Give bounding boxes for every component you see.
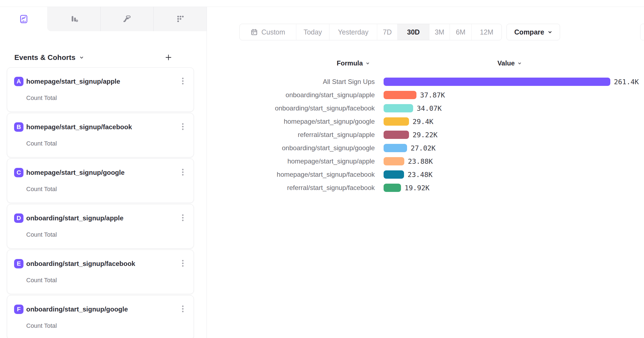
- date-range-segmented-control: Custom TodayYesterday7D30D3M6M12M: [239, 24, 502, 40]
- event-card[interactable]: B homepage/start_signup/facebook Count T…: [7, 113, 194, 157]
- chart-row: onboarding/start_signup/apple 37.87K: [207, 88, 639, 102]
- row-value: 261.4K: [614, 78, 639, 86]
- bar-chart: All Start Sign Ups 261.4K onboarding/sta…: [207, 75, 639, 194]
- value-bar[interactable]: [384, 78, 610, 86]
- event-name: homepage/start_signup/facebook: [26, 123, 132, 131]
- report-type-tabstrip: [0, 7, 207, 31]
- kebab-menu-icon[interactable]: [180, 168, 185, 176]
- event-metric[interactable]: Count Total: [26, 140, 57, 147]
- chart-row: referral/start_signup/apple 29.22K: [207, 128, 639, 141]
- kebab-menu-icon[interactable]: [180, 214, 185, 222]
- tab-group-unselected: [47, 7, 207, 31]
- value-bar[interactable]: [384, 131, 409, 139]
- value-bar[interactable]: [384, 91, 416, 99]
- chart-row: onboarding/start_signup/facebook 34.07K: [207, 102, 639, 115]
- compare-button[interactable]: Compare: [506, 24, 560, 40]
- formula-header-label: Formula: [337, 59, 363, 67]
- chevron-down-icon: [79, 55, 84, 60]
- range-today[interactable]: Today: [296, 24, 329, 40]
- event-metric[interactable]: Count Total: [26, 277, 57, 284]
- event-metric[interactable]: Count Total: [26, 94, 57, 102]
- row-label: homepage/start_signup/apple: [207, 157, 375, 165]
- clipped-edge-button[interactable]: [640, 24, 644, 40]
- window-top-strip: [0, 0, 644, 7]
- value-bar[interactable]: [384, 184, 401, 192]
- event-card[interactable]: E onboarding/start_signup/facebook Count…: [7, 250, 194, 294]
- value-bar[interactable]: [384, 144, 407, 152]
- kebab-menu-icon[interactable]: [180, 305, 185, 313]
- event-name: homepage/start_signup/apple: [26, 78, 120, 85]
- chevron-down-icon: [518, 61, 522, 65]
- value-bar[interactable]: [384, 104, 413, 112]
- tab-flows[interactable]: [100, 7, 154, 31]
- range-7d[interactable]: 7D: [377, 24, 397, 40]
- range-custom-label: Custom: [261, 28, 285, 36]
- event-metric[interactable]: Count Total: [26, 186, 57, 193]
- formula-column-header[interactable]: Formula: [320, 59, 386, 68]
- row-value: 37.87K: [420, 91, 445, 99]
- row-label: homepage/start_signup/facebook: [207, 171, 375, 178]
- chart-row: referral/start_signup/facebook 19.92K: [207, 181, 639, 194]
- event-card[interactable]: C homepage/start_signup/google Count Tot…: [7, 159, 194, 203]
- event-letter-badge: F: [14, 305, 23, 314]
- chart-row: All Start Sign Ups 261.4K: [207, 75, 639, 88]
- event-letter-badge: A: [14, 77, 23, 86]
- chart-row: homepage/start_signup/apple 23.88K: [207, 155, 639, 168]
- event-card[interactable]: F onboarding/start_signup/google Count T…: [7, 295, 194, 338]
- event-name: onboarding/start_signup/facebook: [26, 260, 135, 268]
- event-card-list: A homepage/start_signup/apple Count Tota…: [7, 67, 194, 338]
- row-value: 29.4K: [413, 118, 433, 126]
- row-label: onboarding/start_signup/apple: [207, 91, 375, 99]
- chart-row: homepage/start_signup/facebook 23.48K: [207, 168, 639, 181]
- range-custom[interactable]: Custom: [240, 24, 296, 40]
- tab-bar-report[interactable]: [47, 7, 100, 31]
- row-value: 23.88K: [408, 157, 433, 165]
- bar-chart-icon: [69, 14, 79, 24]
- tab-insights[interactable]: [0, 7, 47, 31]
- range-12m[interactable]: 12M: [471, 24, 502, 40]
- chart-row: homepage/start_signup/google 29.4K: [207, 115, 639, 128]
- event-letter-badge: E: [14, 259, 23, 268]
- event-letter-badge: B: [14, 122, 23, 132]
- event-card[interactable]: D onboarding/start_signup/apple Count To…: [7, 204, 194, 249]
- chevron-down-icon: [366, 61, 370, 65]
- event-name: onboarding/start_signup/apple: [26, 214, 123, 222]
- insights-line-chart-icon: [19, 14, 29, 24]
- row-value: 23.48K: [408, 171, 432, 179]
- row-value: 34.07K: [417, 104, 442, 112]
- range-6m[interactable]: 6M: [450, 24, 471, 40]
- add-event-button[interactable]: [163, 52, 174, 63]
- row-label: homepage/start_signup/google: [207, 118, 375, 125]
- row-value: 27.02K: [411, 144, 436, 152]
- retention-dots-icon: [175, 14, 185, 24]
- row-label: All Start Sign Ups: [207, 78, 375, 86]
- event-metric[interactable]: Count Total: [26, 231, 57, 238]
- kebab-menu-icon[interactable]: [180, 123, 185, 131]
- value-bar[interactable]: [384, 170, 404, 179]
- value-bar[interactable]: [384, 157, 404, 165]
- range-30d[interactable]: 30D: [397, 24, 429, 40]
- row-label: onboarding/start_signup/facebook: [207, 104, 375, 112]
- query-builder-sidebar: Events & Cohorts A homepage/start_signup…: [0, 7, 207, 338]
- compare-label: Compare: [514, 28, 544, 36]
- range-yesterday[interactable]: Yesterday: [329, 24, 377, 40]
- value-bar[interactable]: [384, 117, 409, 126]
- event-name: onboarding/start_signup/google: [26, 305, 128, 313]
- events-cohorts-title[interactable]: Events & Cohorts: [14, 53, 75, 62]
- event-name: homepage/start_signup/google: [26, 169, 125, 176]
- value-column-header[interactable]: Value: [476, 59, 543, 68]
- kebab-menu-icon[interactable]: [180, 77, 185, 85]
- kebab-menu-icon[interactable]: [180, 259, 185, 268]
- event-metric[interactable]: Count Total: [26, 322, 57, 329]
- event-letter-badge: C: [14, 168, 23, 177]
- flows-icon: [122, 14, 132, 24]
- value-header-label: Value: [497, 59, 515, 67]
- calendar-icon: [250, 28, 258, 36]
- chevron-down-icon: [548, 30, 552, 35]
- row-value: 19.92K: [405, 184, 429, 192]
- tab-retention[interactable]: [153, 7, 207, 31]
- events-cohorts-header: Events & Cohorts: [14, 52, 194, 63]
- row-label: onboarding/start_signup/google: [207, 144, 375, 152]
- event-card[interactable]: A homepage/start_signup/apple Count Tota…: [7, 67, 194, 112]
- range-3m[interactable]: 3M: [429, 24, 450, 40]
